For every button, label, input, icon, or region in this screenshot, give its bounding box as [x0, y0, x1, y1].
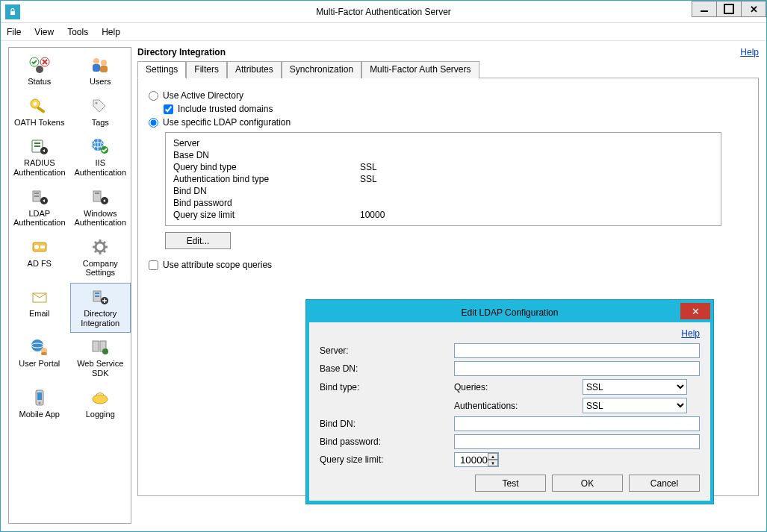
sidebar-item-label: Mobile App — [19, 410, 60, 419]
svg-line-35 — [103, 242, 105, 244]
sidebar-item-oath[interactable]: OATH Tokens — [9, 92, 70, 133]
ldap-value-qbind: SSL — [360, 161, 385, 173]
tab-filters[interactable]: Filters — [186, 61, 227, 78]
label-attr-scope: Use attribute scope queries — [163, 260, 272, 270]
svg-rect-50 — [37, 392, 42, 400]
window-controls — [692, 1, 766, 17]
dlg-input-basedn[interactable] — [454, 361, 700, 376]
tab-settings[interactable]: Settings — [137, 61, 186, 78]
dialog-help-link[interactable]: Help — [681, 328, 700, 339]
portal-icon — [26, 337, 53, 357]
dlg-ok-button[interactable]: OK — [552, 475, 623, 492]
sidebar-item-tags[interactable]: Tags — [70, 92, 131, 133]
tab-sync[interactable]: Synchronization — [282, 61, 361, 78]
sidebar-item-logging[interactable]: Logging — [70, 384, 131, 425]
svg-rect-46 — [93, 341, 99, 351]
help-link[interactable]: Help — [740, 47, 759, 57]
dialog-titlebar[interactable]: Edit LDAP Configuration ✕ — [309, 303, 710, 322]
dlg-select-auths[interactable]: SSL — [583, 398, 687, 413]
dlg-label-queries: Queries: — [454, 382, 583, 392]
ldap-value-server — [360, 137, 385, 149]
dialog-title: Edit LDAP Configuration — [462, 307, 559, 318]
spinner-buttons[interactable]: ▲▼ — [488, 453, 498, 466]
dlg-label-bindpw: Bind password: — [320, 436, 454, 447]
ldap-label-basedn: Base DN — [173, 149, 360, 161]
edit-button[interactable]: Edit... — [165, 232, 231, 249]
checkbox-attr-scope[interactable] — [149, 260, 158, 270]
sidebar-item-directory[interactable]: Directory Integration — [70, 283, 131, 333]
svg-point-52 — [93, 395, 108, 404]
svg-rect-45 — [41, 352, 47, 355]
main-window: Multi-Factor Authentication Server File … — [0, 0, 767, 532]
sidebar-item-windows[interactable]: Windows Authentication — [70, 183, 131, 233]
svg-rect-39 — [95, 292, 99, 294]
menu-help[interactable]: Help — [102, 27, 120, 37]
dlg-cancel-button[interactable]: Cancel — [629, 475, 700, 492]
menubar: File View Tools Help — [1, 23, 766, 41]
sidebar-item-label: Tags — [92, 118, 109, 128]
ldap-value-basedn — [360, 149, 385, 161]
sidebar-item-label: Company Settings — [72, 259, 129, 278]
workarea: Status Users OATH Tokens Tags RADIUS Aut… — [1, 41, 766, 531]
sidebar-item-email[interactable]: Email — [9, 283, 70, 333]
dlg-label-qlimit: Query size limit: — [320, 454, 454, 465]
window-title: Multi-Factor Authentication Server — [316, 7, 451, 17]
close-button[interactable] — [741, 1, 766, 17]
sidebar-item-label: Logging — [86, 410, 115, 419]
svg-point-8 — [33, 101, 37, 105]
windows-icon — [87, 187, 114, 207]
tab-attributes[interactable]: Attributes — [227, 61, 282, 78]
dlg-input-bindpw[interactable] — [454, 434, 700, 449]
dlg-input-server[interactable] — [454, 343, 700, 358]
sdk-icon — [87, 337, 114, 357]
sidebar-item-mobile[interactable]: Mobile App — [9, 384, 70, 425]
menu-tools[interactable]: Tools — [67, 27, 88, 37]
maximize-button[interactable] — [716, 1, 742, 17]
edit-ldap-dialog: Edit LDAP Configuration ✕ Help Server: B… — [306, 300, 713, 504]
sidebar-item-company[interactable]: Company Settings — [70, 233, 131, 283]
sidebar-item-iis[interactable]: IIS Authentication — [70, 132, 131, 182]
sidebar-item-users[interactable]: Users — [70, 51, 131, 92]
sidebar-item-adfs[interactable]: AD FS — [9, 233, 70, 283]
mobile-icon — [26, 387, 53, 408]
ldap-icon — [26, 187, 53, 207]
minimize-button[interactable] — [692, 1, 717, 17]
titlebar[interactable]: Multi-Factor Authentication Server — [1, 1, 766, 23]
sidebar-item-sdk[interactable]: Web Service SDK — [70, 333, 131, 383]
sidebar-item-radius[interactable]: RADIUS Authentication — [9, 132, 70, 182]
status-icon — [26, 54, 53, 75]
ldap-value-abind: SSL — [360, 173, 385, 185]
oath-icon — [26, 96, 53, 116]
svg-point-10 — [96, 101, 98, 104]
radio-use-ad[interactable] — [149, 91, 158, 101]
dlg-test-button[interactable]: Test — [475, 475, 546, 492]
tabs: Settings Filters Attributes Synchronizat… — [137, 60, 759, 78]
dlg-label-server: Server: — [320, 345, 454, 356]
ldap-label-binddn: Bind DN — [173, 185, 360, 197]
tab-mfa-servers[interactable]: Multi-Factor Auth Servers — [361, 61, 479, 78]
checkbox-include-trusted[interactable] — [164, 104, 173, 114]
ldap-value-binddn — [360, 185, 385, 197]
directory-icon — [87, 287, 114, 307]
sidebar-item-portal[interactable]: User Portal — [9, 333, 70, 383]
label-use-ad: Use Active Directory — [163, 90, 243, 101]
menu-view[interactable]: View — [34, 27, 54, 37]
svg-rect-13 — [34, 145, 40, 147]
dlg-input-binddn[interactable] — [454, 416, 700, 431]
sidebar-item-label: LDAP Authentication — [11, 209, 68, 228]
menu-file[interactable]: File — [7, 27, 21, 37]
dialog-close-button[interactable]: ✕ — [680, 303, 710, 319]
sidebar-item-label: User Portal — [19, 359, 60, 369]
radio-use-ldap[interactable] — [149, 118, 158, 128]
svg-point-3 — [93, 58, 99, 64]
users-icon — [87, 54, 114, 75]
dlg-select-queries[interactable]: SSL — [583, 379, 687, 395]
sidebar-item-ldap[interactable]: LDAP Authentication — [9, 183, 70, 233]
radius-icon — [26, 136, 53, 157]
dlg-label-basedn: Base DN: — [320, 363, 454, 374]
sidebar-item-status[interactable]: Status — [9, 51, 70, 92]
dialog-body: Help Server: Base DN: Bind type: Queries… — [309, 322, 710, 501]
svg-point-26 — [34, 245, 39, 249]
ldap-label-qlimit: Query size limit — [173, 209, 360, 221]
sidebar-item-label: Users — [90, 77, 111, 87]
